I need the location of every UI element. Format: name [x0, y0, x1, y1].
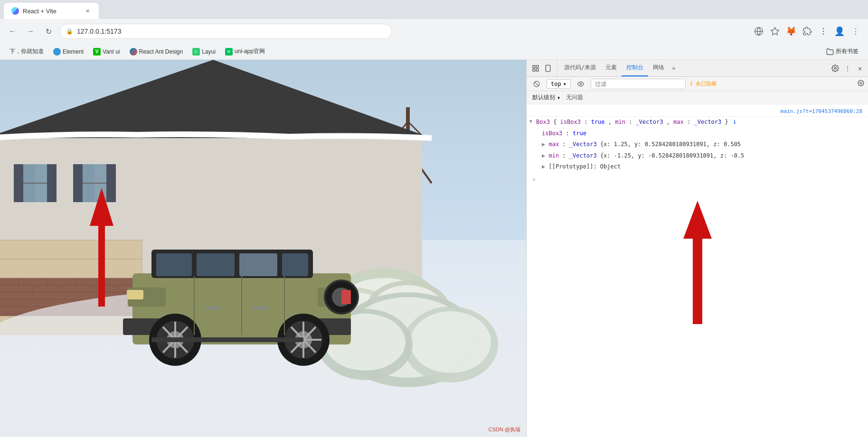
forward-button[interactable]: →: [24, 25, 37, 38]
tab-sources[interactable]: 源代码/来源: [559, 60, 601, 76]
svg-rect-19: [106, 164, 116, 202]
svg-rect-97: [533, 65, 535, 68]
console-arrow-indicator: ›: [527, 172, 868, 186]
context-value: top: [551, 81, 561, 87]
scene-svg: [0, 60, 526, 437]
main-area: CSDN @执瑞: [0, 60, 868, 437]
console-settings-button[interactable]: [858, 80, 864, 88]
eye-button[interactable]: [575, 80, 587, 88]
tab-elements[interactable]: 元素: [601, 60, 622, 76]
level-label: 默认级别: [532, 93, 555, 102]
fox-extension-icon[interactable]: 🦊: [784, 25, 798, 38]
svg-rect-91: [254, 307, 268, 309]
svg-point-3: [823, 34, 824, 35]
console-entry-box3: ▼ Box3 { isBox3 : true , min : _Vector3 …: [527, 117, 868, 128]
svg-rect-92: [151, 337, 303, 342]
svg-rect-85: [239, 253, 277, 276]
expand-arrow-box3[interactable]: ▼: [529, 119, 532, 124]
more-options-icon[interactable]: ⋮: [849, 25, 862, 38]
expand-min-button[interactable]: ▶: [542, 152, 545, 159]
svg-rect-86: [282, 253, 308, 276]
svg-rect-95: [98, 226, 105, 307]
svg-point-2: [823, 31, 824, 32]
svg-rect-25: [0, 259, 142, 278]
browser-viewport: CSDN @执瑞: [0, 60, 526, 437]
console-prop-min: ▶ min : _Vector3 {x: -1.25, y: -0.528428…: [527, 150, 868, 161]
bookmark-item-vant[interactable]: V Vant ui: [89, 47, 123, 56]
devtools-more-button[interactable]: ⋮: [841, 62, 854, 74]
svg-marker-108: [683, 201, 712, 239]
svg-marker-0: [771, 28, 779, 35]
svg-point-107: [860, 82, 862, 84]
bookmark-react-ant-label: React Ant Design: [139, 48, 183, 55]
devtools-close-button[interactable]: ✕: [854, 62, 866, 74]
inspect-icon[interactable]: [529, 62, 542, 74]
lock-icon: 🔒: [66, 28, 73, 35]
menu-bars-icon[interactable]: [817, 25, 830, 38]
devtools-icon-group-left: [527, 60, 557, 76]
devtools-header: 源代码/来源 元素 控制台 网络 »: [527, 60, 868, 77]
level-selector[interactable]: 默认级别 ▾: [532, 93, 560, 102]
bookmark-item-uniapp[interactable]: U uni-app官网: [221, 46, 269, 56]
tab-console[interactable]: 控制台: [622, 60, 648, 76]
expand-prototype-button[interactable]: ▶: [542, 163, 545, 170]
bookmark-uniapp-label: uni-app官网: [235, 47, 265, 56]
tab-network[interactable]: 网络: [648, 60, 669, 76]
console-prop-max: ▶ max : _Vector3 {x: 1.25, y: 0.52842801…: [527, 139, 868, 150]
svg-rect-109: [693, 239, 702, 324]
context-selector[interactable]: top ▾: [547, 79, 571, 89]
svg-rect-98: [536, 65, 538, 68]
bookmark-item-react-ant[interactable]: React Ant Design: [126, 47, 187, 56]
device-icon[interactable]: [542, 62, 554, 74]
devtools-panel: 源代码/来源 元素 控制台 网络 »: [526, 60, 868, 437]
bookmark-item-allfavorites[interactable]: 所有书签: [822, 46, 862, 56]
source-link[interactable]: main.js?t=1704537496860:28: [781, 108, 862, 114]
tab-close-button[interactable]: ✕: [84, 7, 91, 15]
bookmark-text: 下，你就知道: [9, 47, 44, 56]
console-output[interactable]: main.js?t=1704537496860:28 ▼ Box3 { isBo…: [527, 104, 868, 437]
more-tabs-button[interactable]: »: [669, 65, 678, 72]
bookmark-item-know[interactable]: 下，你就知道: [6, 46, 47, 56]
svg-rect-93: [127, 290, 143, 299]
translate-icon[interactable]: [752, 25, 765, 38]
tab-bar: React + Vite ✕: [0, 0, 868, 19]
svg-line-105: [535, 82, 538, 85]
address-bar: ← → ↻ 🔒 127.0.0.1:5173 🦊: [0, 19, 868, 44]
level-bar: 默认级别 ▾ 无问题: [527, 91, 868, 104]
svg-rect-84: [197, 253, 235, 276]
active-tab[interactable]: React + Vite ✕: [4, 3, 99, 19]
bookmark-item-layui[interactable]: L Layui: [189, 47, 219, 56]
red-arrow-container: [527, 186, 868, 319]
devtools-tabs-group: 源代码/来源 元素 控制台 网络 »: [557, 60, 829, 76]
console-prop-prototype: ▶ [[Prototype]]: Object: [527, 161, 868, 172]
bookmark-element-label: Element: [63, 48, 84, 55]
bookmarks-bar: 下，你就知道 Element V Vant ui React Ant Desig…: [0, 44, 868, 60]
svg-point-103: [834, 67, 836, 69]
devtools-right-icons: ⋮ ✕: [829, 62, 868, 74]
filter-input[interactable]: [591, 79, 686, 89]
svg-rect-14: [47, 164, 57, 202]
folder-icon: [826, 48, 834, 56]
bookmark-star-icon[interactable]: [768, 25, 782, 38]
profile-icon[interactable]: 👤: [833, 25, 846, 38]
svg-point-58: [410, 311, 491, 373]
url-bar[interactable]: 🔒 127.0.0.1:5173: [60, 24, 392, 39]
console-chevron[interactable]: ›: [532, 176, 536, 183]
svg-rect-101: [546, 65, 550, 71]
reload-button[interactable]: ↻: [42, 25, 55, 38]
svg-rect-94: [341, 290, 351, 304]
clear-console-button[interactable]: [530, 80, 543, 88]
bookmark-vant-label: Vant ui: [103, 48, 120, 55]
console-toolbar: top ▾ 3 条已隐藏: [527, 77, 868, 91]
devtools-settings-button[interactable]: [829, 62, 841, 74]
svg-rect-83: [156, 253, 192, 276]
svg-point-106: [580, 83, 582, 85]
tab-title: React + Vite: [23, 8, 80, 15]
svg-rect-18: [73, 164, 83, 202]
tab-favicon: [11, 7, 19, 15]
extensions-icon[interactable]: [801, 25, 814, 38]
svg-rect-100: [533, 69, 535, 71]
expand-max-button[interactable]: ▶: [542, 141, 545, 148]
bookmark-item-element[interactable]: Element: [49, 47, 87, 56]
back-button[interactable]: ←: [6, 25, 19, 38]
